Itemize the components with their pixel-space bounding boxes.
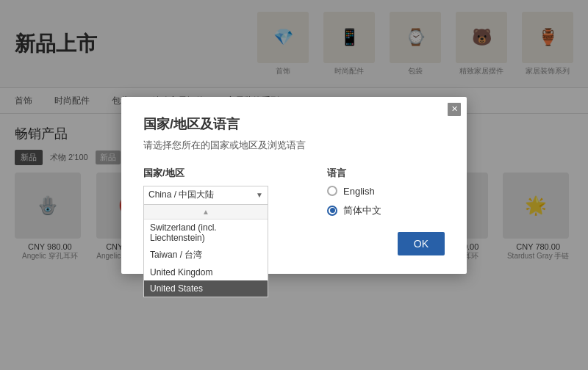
modal-overlay: ✕ 国家/地区及语言 请选择您所在的国家或地区及浏览语言 国家/地区 China… — [0, 0, 588, 370]
language-radio-group: English 简体中文 — [327, 186, 445, 217]
country-dropdown-list: ▲ Switzerland (incl. Liechtenstein) Taiw… — [143, 204, 268, 297]
language-section: 语言 English 简体中文 OK — [327, 167, 445, 255]
radio-english[interactable]: English — [327, 186, 445, 197]
background-page: 新品上市 💎 首饰 📱 时尚配件 ⌚ 包袋 🐻 精致家居摆件 🏺 家居装饰系列 — [0, 0, 588, 370]
select-arrow-icon: ▼ — [256, 191, 263, 199]
modal-title: 国家/地区及语言 — [143, 115, 445, 133]
language-label: 语言 — [327, 167, 445, 180]
country-section: 国家/地区 China / 中国大陆 ▼ ▲ Switzerland ( — [143, 167, 298, 255]
country-select-container: China / 中国大陆 ▼ ▲ Switzerland (incl. Liec… — [143, 186, 298, 205]
dropdown-item-uk[interactable]: United Kingdom — [144, 264, 268, 280]
country-select-box[interactable]: China / 中国大陆 ▼ — [143, 186, 268, 205]
radio-circle-english — [327, 186, 337, 196]
scroll-up-indicator[interactable]: ▲ — [144, 205, 268, 220]
selected-country-text: China / 中国大陆 — [148, 189, 214, 201]
english-label: English — [343, 186, 375, 197]
modal-body: 国家/地区 China / 中国大陆 ▼ ▲ Switzerland ( — [143, 167, 445, 255]
radio-circle-chinese — [327, 206, 337, 216]
modal-subtitle: 请选择您所在的国家或地区及浏览语言 — [143, 139, 445, 152]
modal-close-button[interactable]: ✕ — [448, 103, 461, 116]
country-language-modal: ✕ 国家/地区及语言 请选择您所在的国家或地区及浏览语言 国家/地区 China… — [121, 97, 467, 274]
radio-chinese[interactable]: 简体中文 — [327, 204, 445, 217]
country-label: 国家/地区 — [143, 167, 298, 180]
ok-button[interactable]: OK — [398, 232, 445, 255]
dropdown-item-us[interactable]: United States — [144, 280, 268, 297]
dropdown-item-taiwan[interactable]: Taiwan / 台湾 — [144, 246, 268, 264]
dropdown-item-switzerland[interactable]: Switzerland (incl. Liechtenstein) — [144, 220, 268, 246]
chinese-label: 简体中文 — [343, 204, 381, 217]
scroll-up-icon: ▲ — [202, 208, 209, 216]
